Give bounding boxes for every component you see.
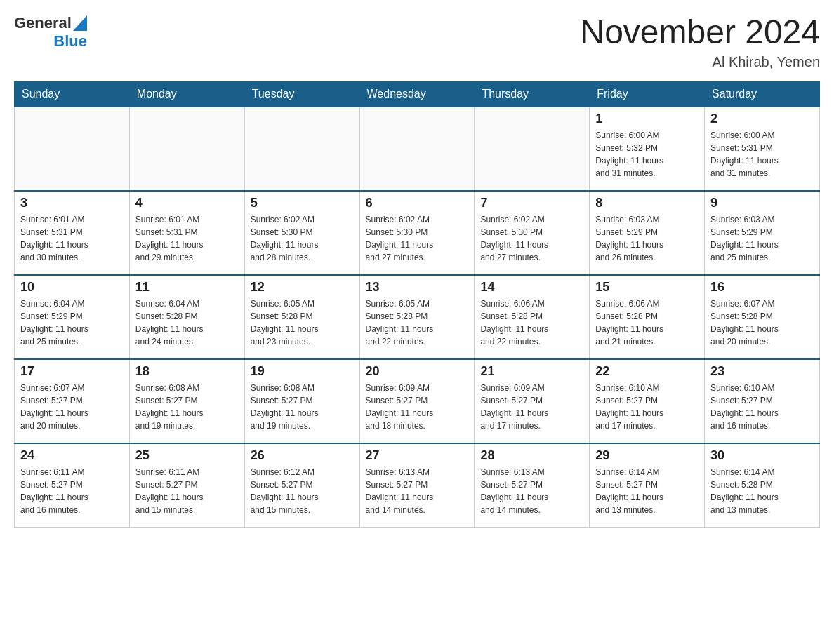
weekday-header-tuesday: Tuesday (244, 81, 359, 107)
day-info: Sunrise: 6:13 AM Sunset: 5:27 PM Dayligh… (366, 466, 469, 516)
week-row-1: 1Sunrise: 6:00 AM Sunset: 5:32 PM Daylig… (15, 107, 820, 191)
calendar-cell: 19Sunrise: 6:08 AM Sunset: 5:27 PM Dayli… (244, 359, 359, 443)
day-info: Sunrise: 6:10 AM Sunset: 5:27 PM Dayligh… (710, 382, 814, 432)
calendar-cell: 8Sunrise: 6:03 AM Sunset: 5:29 PM Daylig… (590, 191, 705, 275)
day-info: Sunrise: 6:05 AM Sunset: 5:28 PM Dayligh… (251, 297, 354, 348)
weekday-header-row: SundayMondayTuesdayWednesdayThursdayFrid… (15, 81, 820, 107)
calendar-cell (15, 107, 130, 191)
day-info: Sunrise: 6:01 AM Sunset: 5:31 PM Dayligh… (20, 213, 124, 264)
day-number: 2 (710, 112, 814, 126)
day-number: 16 (710, 280, 814, 295)
calendar-cell (359, 107, 475, 191)
calendar-cell: 14Sunrise: 6:06 AM Sunset: 5:28 PM Dayli… (475, 275, 590, 359)
day-number: 6 (366, 196, 469, 210)
logo-general-text: General (14, 14, 72, 32)
day-info: Sunrise: 6:01 AM Sunset: 5:31 PM Dayligh… (135, 213, 239, 264)
day-number: 21 (480, 364, 583, 379)
calendar-cell: 12Sunrise: 6:05 AM Sunset: 5:28 PM Dayli… (244, 275, 359, 359)
calendar-cell: 1Sunrise: 6:00 AM Sunset: 5:32 PM Daylig… (590, 107, 705, 191)
day-number: 8 (595, 196, 699, 210)
calendar-title: November 2024 (580, 14, 820, 51)
day-number: 14 (480, 280, 583, 295)
day-info: Sunrise: 6:07 AM Sunset: 5:28 PM Dayligh… (710, 297, 814, 348)
week-row-4: 17Sunrise: 6:07 AM Sunset: 5:27 PM Dayli… (15, 359, 820, 443)
day-number: 23 (710, 364, 814, 379)
calendar-cell: 30Sunrise: 6:14 AM Sunset: 5:28 PM Dayli… (705, 443, 820, 528)
day-number: 26 (251, 448, 354, 463)
day-number: 24 (20, 448, 124, 463)
day-number: 9 (710, 196, 814, 210)
calendar-cell: 3Sunrise: 6:01 AM Sunset: 5:31 PM Daylig… (15, 191, 130, 275)
day-info: Sunrise: 6:11 AM Sunset: 5:27 PM Dayligh… (20, 466, 124, 516)
calendar-cell: 11Sunrise: 6:04 AM Sunset: 5:28 PM Dayli… (129, 275, 244, 359)
day-info: Sunrise: 6:05 AM Sunset: 5:28 PM Dayligh… (366, 297, 469, 348)
calendar-cell: 26Sunrise: 6:12 AM Sunset: 5:27 PM Dayli… (244, 443, 359, 528)
day-info: Sunrise: 6:09 AM Sunset: 5:27 PM Dayligh… (366, 382, 469, 432)
day-number: 20 (366, 364, 469, 379)
weekday-header-monday: Monday (129, 81, 244, 107)
day-number: 12 (251, 280, 354, 295)
day-number: 28 (480, 448, 583, 463)
title-area: November 2024 Al Khirab, Yemen (580, 14, 820, 70)
logo-triangle-icon (73, 15, 87, 31)
day-number: 13 (366, 280, 469, 295)
week-row-3: 10Sunrise: 6:04 AM Sunset: 5:29 PM Dayli… (15, 275, 820, 359)
header: General Blue November 2024 Al Khirab, Ye… (14, 14, 820, 70)
day-info: Sunrise: 6:08 AM Sunset: 5:27 PM Dayligh… (135, 382, 239, 432)
calendar-cell: 17Sunrise: 6:07 AM Sunset: 5:27 PM Dayli… (15, 359, 130, 443)
logo: General Blue (14, 14, 87, 51)
calendar-cell: 13Sunrise: 6:05 AM Sunset: 5:28 PM Dayli… (359, 275, 475, 359)
day-number: 25 (135, 448, 239, 463)
day-number: 11 (135, 280, 239, 295)
calendar-cell: 21Sunrise: 6:09 AM Sunset: 5:27 PM Dayli… (475, 359, 590, 443)
day-info: Sunrise: 6:00 AM Sunset: 5:32 PM Dayligh… (595, 129, 699, 180)
day-info: Sunrise: 6:03 AM Sunset: 5:29 PM Dayligh… (595, 213, 699, 264)
day-number: 4 (135, 196, 239, 210)
day-number: 19 (251, 364, 354, 379)
day-info: Sunrise: 6:12 AM Sunset: 5:27 PM Dayligh… (251, 466, 354, 516)
day-number: 7 (480, 196, 583, 210)
weekday-header-wednesday: Wednesday (359, 81, 475, 107)
day-number: 29 (595, 448, 699, 463)
calendar-cell: 15Sunrise: 6:06 AM Sunset: 5:28 PM Dayli… (590, 275, 705, 359)
day-number: 3 (20, 196, 124, 210)
day-info: Sunrise: 6:11 AM Sunset: 5:27 PM Dayligh… (135, 466, 239, 516)
day-info: Sunrise: 6:04 AM Sunset: 5:29 PM Dayligh… (20, 297, 124, 348)
calendar-cell: 28Sunrise: 6:13 AM Sunset: 5:27 PM Dayli… (475, 443, 590, 528)
calendar-cell: 9Sunrise: 6:03 AM Sunset: 5:29 PM Daylig… (705, 191, 820, 275)
day-info: Sunrise: 6:02 AM Sunset: 5:30 PM Dayligh… (480, 213, 583, 264)
day-number: 30 (710, 448, 814, 463)
day-info: Sunrise: 6:07 AM Sunset: 5:27 PM Dayligh… (20, 382, 124, 432)
day-info: Sunrise: 6:06 AM Sunset: 5:28 PM Dayligh… (595, 297, 699, 348)
day-info: Sunrise: 6:03 AM Sunset: 5:29 PM Dayligh… (710, 213, 814, 264)
calendar-cell: 27Sunrise: 6:13 AM Sunset: 5:27 PM Dayli… (359, 443, 475, 528)
day-number: 27 (366, 448, 469, 463)
day-info: Sunrise: 6:02 AM Sunset: 5:30 PM Dayligh… (366, 213, 469, 264)
day-info: Sunrise: 6:00 AM Sunset: 5:31 PM Dayligh… (710, 129, 814, 180)
day-number: 5 (251, 196, 354, 210)
day-info: Sunrise: 6:10 AM Sunset: 5:27 PM Dayligh… (595, 382, 699, 432)
week-row-2: 3Sunrise: 6:01 AM Sunset: 5:31 PM Daylig… (15, 191, 820, 275)
day-info: Sunrise: 6:08 AM Sunset: 5:27 PM Dayligh… (251, 382, 354, 432)
day-number: 17 (20, 364, 124, 379)
calendar-cell: 10Sunrise: 6:04 AM Sunset: 5:29 PM Dayli… (15, 275, 130, 359)
calendar-cell: 2Sunrise: 6:00 AM Sunset: 5:31 PM Daylig… (705, 107, 820, 191)
calendar-cell (244, 107, 359, 191)
day-number: 18 (135, 364, 239, 379)
calendar-cell: 23Sunrise: 6:10 AM Sunset: 5:27 PM Dayli… (705, 359, 820, 443)
weekday-header-friday: Friday (590, 81, 705, 107)
weekday-header-thursday: Thursday (475, 81, 590, 107)
calendar-cell: 7Sunrise: 6:02 AM Sunset: 5:30 PM Daylig… (475, 191, 590, 275)
calendar-subtitle: Al Khirab, Yemen (580, 54, 820, 70)
day-info: Sunrise: 6:14 AM Sunset: 5:27 PM Dayligh… (595, 466, 699, 516)
day-info: Sunrise: 6:14 AM Sunset: 5:28 PM Dayligh… (710, 466, 814, 516)
day-number: 15 (595, 280, 699, 295)
day-number: 22 (595, 364, 699, 379)
day-info: Sunrise: 6:04 AM Sunset: 5:28 PM Dayligh… (135, 297, 239, 348)
calendar-cell (129, 107, 244, 191)
calendar-table: SundayMondayTuesdayWednesdayThursdayFrid… (14, 81, 820, 528)
calendar-cell: 25Sunrise: 6:11 AM Sunset: 5:27 PM Dayli… (129, 443, 244, 528)
day-info: Sunrise: 6:06 AM Sunset: 5:28 PM Dayligh… (480, 297, 583, 348)
calendar-cell: 4Sunrise: 6:01 AM Sunset: 5:31 PM Daylig… (129, 191, 244, 275)
day-number: 10 (20, 280, 124, 295)
